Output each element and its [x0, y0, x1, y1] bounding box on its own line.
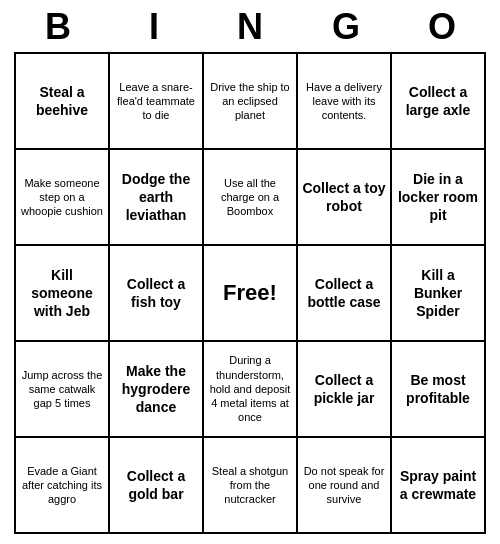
- bingo-cell-21: Collect a gold bar: [110, 438, 204, 534]
- bingo-cell-12: Free!: [204, 246, 298, 342]
- bingo-cell-24: Spray paint a crewmate: [392, 438, 486, 534]
- bingo-cell-3: Have a delivery leave with its contents.: [298, 54, 392, 150]
- bingo-cell-17: During a thunderstorm, hold and deposit …: [204, 342, 298, 438]
- bingo-cell-15: Jump across the same catwalk gap 5 times: [16, 342, 110, 438]
- bingo-cell-2: Drive the ship to an eclipsed planet: [204, 54, 298, 150]
- bingo-cell-16: Make the hygrodere dance: [110, 342, 204, 438]
- bingo-cell-18: Collect a pickle jar: [298, 342, 392, 438]
- bingo-cell-0: Steal a beehive: [16, 54, 110, 150]
- title-letter-b: B: [13, 6, 103, 48]
- bingo-cell-13: Collect a bottle case: [298, 246, 392, 342]
- bingo-cell-9: Die in a locker room pit: [392, 150, 486, 246]
- bingo-cell-11: Collect a fish toy: [110, 246, 204, 342]
- title-letter-g: G: [301, 6, 391, 48]
- bingo-cell-14: Kill a Bunker Spider: [392, 246, 486, 342]
- title-letter-n: N: [205, 6, 295, 48]
- bingo-cell-1: Leave a snare-flea'd teammate to die: [110, 54, 204, 150]
- bingo-cell-20: Evade a Giant after catching its aggro: [16, 438, 110, 534]
- bingo-cell-23: Do not speak for one round and survive: [298, 438, 392, 534]
- bingo-cell-4: Collect a large axle: [392, 54, 486, 150]
- bingo-cell-22: Steal a shotgun from the nutcracker: [204, 438, 298, 534]
- bingo-cell-10: Kill someone with Jeb: [16, 246, 110, 342]
- bingo-cell-6: Dodge the earth leviathan: [110, 150, 204, 246]
- bingo-cell-19: Be most profitable: [392, 342, 486, 438]
- bingo-cell-8: Collect a toy robot: [298, 150, 392, 246]
- bingo-grid: Steal a beehiveLeave a snare-flea'd team…: [14, 52, 486, 534]
- title-letter-i: I: [109, 6, 199, 48]
- bingo-title: B I N G O: [10, 0, 490, 52]
- title-letter-o: O: [397, 6, 487, 48]
- bingo-cell-7: Use all the charge on a Boombox: [204, 150, 298, 246]
- bingo-cell-5: Make someone step on a whoopie cushion: [16, 150, 110, 246]
